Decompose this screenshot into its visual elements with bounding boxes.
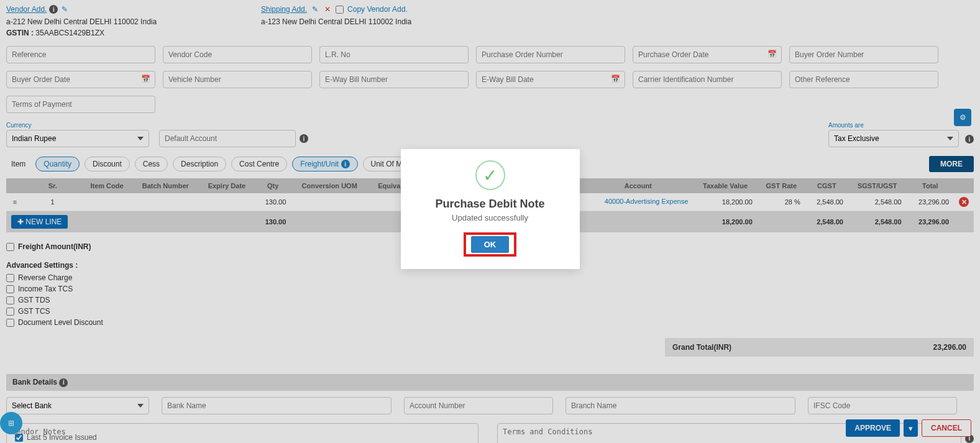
success-modal: ✓ Purchase Debit Note Updated successful… [401,149,580,269]
modal-overlay: ✓ Purchase Debit Note Updated successful… [0,0,980,443]
modal-message: Updated successfully [413,213,567,222]
ok-button[interactable]: OK [471,236,510,253]
check-icon: ✓ [475,160,505,190]
ok-highlight: OK [464,232,517,257]
modal-title: Purchase Debit Note [413,198,567,211]
